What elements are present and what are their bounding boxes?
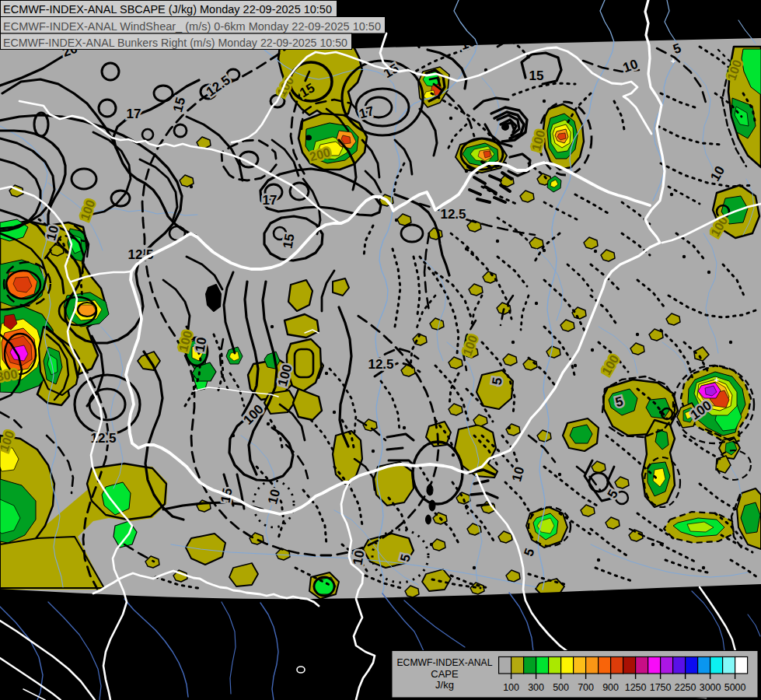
- svg-text:ECMWF-INDEX-ANAL Bunkers Right: ECMWF-INDEX-ANAL Bunkers Right (m/s) Mon…: [3, 36, 347, 49]
- svg-text:+: +: [714, 375, 719, 384]
- svg-text:700: 700: [578, 682, 594, 693]
- svg-text:1750: 1750: [650, 682, 672, 693]
- svg-text:12.5: 12.5: [440, 207, 466, 222]
- svg-text:17: 17: [263, 193, 278, 208]
- svg-text:100: 100: [503, 682, 519, 693]
- svg-text:15: 15: [281, 233, 298, 250]
- svg-text:1250: 1250: [625, 682, 647, 693]
- svg-text:12.5: 12.5: [368, 357, 393, 372]
- svg-text:J/kg: J/kg: [435, 679, 454, 691]
- svg-text:2250: 2250: [675, 682, 696, 693]
- svg-text:+: +: [671, 56, 675, 65]
- svg-text:10: 10: [351, 549, 368, 566]
- svg-text:10: 10: [193, 336, 210, 353]
- svg-text:CAPE: CAPE: [431, 668, 459, 680]
- svg-text:500: 500: [553, 682, 569, 693]
- svg-text:5000: 5000: [724, 682, 746, 693]
- svg-text:ECMWF-INDEX-ANAL WindShear_ (m: ECMWF-INDEX-ANAL WindShear_ (m/s) 0-6km …: [3, 19, 381, 33]
- svg-text:300: 300: [528, 682, 544, 693]
- svg-text:3000: 3000: [700, 682, 721, 693]
- svg-text:15: 15: [529, 68, 544, 83]
- svg-text:ECMWF-INDEX-ANAL: ECMWF-INDEX-ANAL: [397, 656, 493, 668]
- svg-text:17: 17: [127, 107, 141, 121]
- svg-text:ECMWF-INDEX-ANAL SBCAPE (J/kg): ECMWF-INDEX-ANAL SBCAPE (J/kg) Monday 22…: [3, 2, 332, 16]
- svg-text:900: 900: [602, 682, 619, 693]
